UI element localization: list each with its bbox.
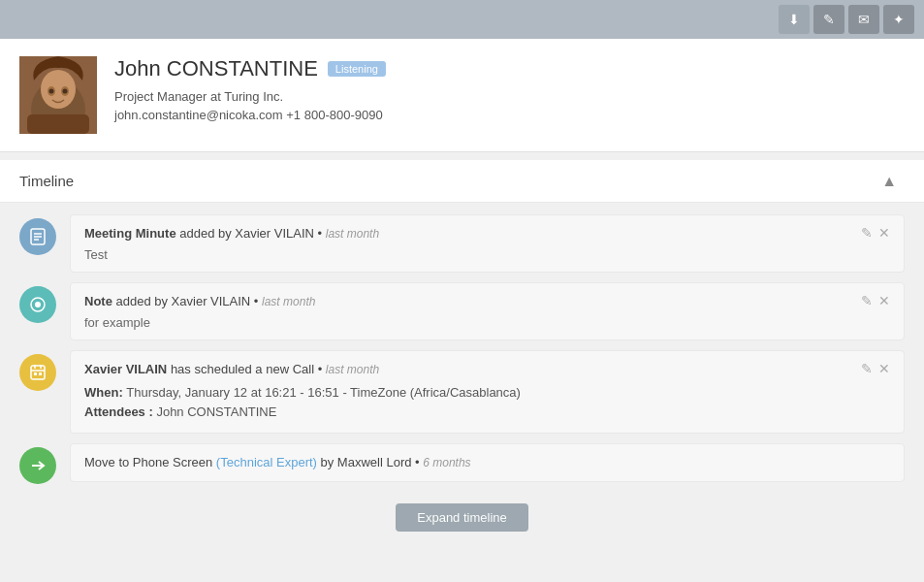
note-title: Note added by Xavier VILAIN • last month [84, 293, 851, 310]
note-delete-icon[interactable]: ✕ [878, 293, 890, 308]
profile-contact: john.constantine@nicoka.com +1 800-800-9… [114, 108, 905, 122]
meeting-minute-actions: ✎ ✕ [861, 225, 890, 241]
profile-name: John CONSTANTINE Listening [114, 56, 905, 81]
timeline-header: Timeline ▲ [0, 160, 924, 203]
meeting-minute-body: Test [84, 247, 890, 262]
profile-section: John CONSTANTINE Listening Project Manag… [0, 39, 924, 152]
note-card-header: Note added by Xavier VILAIN • last month… [84, 293, 890, 310]
move-title: Move to Phone Screen (Technical Expert) … [84, 454, 890, 471]
move-card: Move to Phone Screen (Technical Expert) … [70, 443, 905, 482]
call-icon [19, 354, 56, 391]
call-title: Xavier VILAIN has scheduled a new Call •… [84, 361, 851, 378]
expand-timeline-button[interactable]: Expand timeline [396, 503, 528, 532]
timeline-title: Timeline [19, 173, 74, 189]
meeting-minute-icon [19, 218, 56, 255]
profile-phone: +1 800-800-9090 [286, 108, 382, 122]
edit-button[interactable]: ✎ [813, 5, 844, 34]
call-card-header: Xavier VILAIN has scheduled a new Call •… [84, 361, 890, 378]
meeting-minute-title: Meeting Minute added by Xavier VILAIN • … [84, 225, 851, 242]
svg-rect-7 [27, 114, 89, 134]
svg-rect-18 [34, 372, 37, 375]
page-wrapper: ⬇ ✎ ✉ ✦ [0, 0, 924, 582]
collapse-timeline-button[interactable]: ▲ [874, 169, 905, 194]
call-delete-icon[interactable]: ✕ [878, 361, 890, 376]
note-edit-icon[interactable]: ✎ [861, 293, 873, 308]
note-actions: ✎ ✕ [861, 293, 890, 308]
edit-icon: ✎ [823, 12, 835, 27]
profile-info: John CONSTANTINE Listening Project Manag… [114, 56, 905, 122]
svg-point-6 [63, 89, 68, 94]
move-card-header: Move to Phone Screen (Technical Expert) … [84, 454, 890, 471]
note-icon [19, 286, 56, 323]
call-edit-icon[interactable]: ✎ [861, 361, 873, 376]
call-actions: ✎ ✕ [861, 361, 890, 376]
svg-point-5 [49, 89, 54, 94]
svg-rect-14 [31, 366, 45, 379]
email-button[interactable]: ✉ [848, 5, 879, 34]
meeting-minute-delete-icon[interactable]: ✕ [878, 225, 890, 241]
timeline-item-call: Xavier VILAIN has scheduled a new Call •… [19, 350, 905, 434]
call-detail: When: Thursday, January 12 at 16:21 - 16… [84, 383, 890, 424]
timeline-item-meeting-minute: Meeting Minute added by Xavier VILAIN • … [19, 214, 905, 273]
svg-point-13 [35, 302, 41, 307]
call-card: Xavier VILAIN has scheduled a new Call •… [70, 350, 905, 434]
profile-email: john.constantine@nicoka.com [114, 108, 283, 122]
expand-section: Expand timeline [0, 496, 924, 547]
profile-name-text: John CONSTANTINE [114, 56, 318, 81]
timeline-item-move: Move to Phone Screen (Technical Expert) … [19, 443, 905, 484]
note-body: for example [84, 315, 890, 330]
note-card: Note added by Xavier VILAIN • last month… [70, 282, 905, 340]
move-icon [19, 447, 56, 484]
download-icon: ⬇ [788, 12, 800, 27]
meeting-minute-card: Meeting Minute added by Xavier VILAIN • … [70, 214, 905, 273]
chat-icon: ✦ [893, 12, 905, 27]
chat-button[interactable]: ✦ [883, 5, 914, 34]
svg-rect-19 [39, 372, 42, 375]
timeline-list: Meeting Minute added by Xavier VILAIN • … [0, 203, 924, 496]
timeline-item-note: Note added by Xavier VILAIN • last month… [19, 282, 905, 340]
profile-title: Project Manager at Turing Inc. [114, 89, 905, 104]
email-icon: ✉ [858, 12, 870, 27]
avatar [19, 56, 97, 134]
download-button[interactable]: ⬇ [779, 5, 810, 34]
listening-badge: Listening [328, 61, 386, 77]
top-toolbar: ⬇ ✎ ✉ ✦ [0, 0, 924, 39]
meeting-minute-card-header: Meeting Minute added by Xavier VILAIN • … [84, 225, 890, 242]
meeting-minute-edit-icon[interactable]: ✎ [861, 225, 873, 241]
